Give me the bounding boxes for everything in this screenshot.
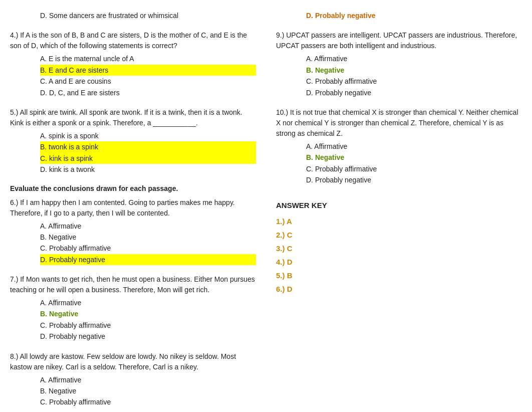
- q4-stem: 4.) If A is the son of B, B and C are si…: [10, 30, 256, 51]
- q6-opt-b: B. Negative: [40, 232, 256, 243]
- q9-opt-b: B. Negative: [306, 65, 522, 76]
- q10-stem: 10.) It is not true that chemical X is s…: [276, 107, 522, 139]
- q5-opt-b: B. twonk is a spink: [40, 141, 256, 152]
- question-8: 8.) All lowdy are kastow. Few seldow are…: [10, 351, 256, 408]
- q8-opt-c: C. Probably affirmative: [40, 396, 256, 407]
- q10-opt-b: B. Negative: [306, 152, 522, 163]
- q8-opt-a: A. Affirmative: [40, 374, 256, 385]
- answer-1: 1.) A: [276, 215, 522, 228]
- question-5: 5.) All spink are twink. All sponk are t…: [10, 107, 256, 175]
- question-7: 7.) If Mon wants to get rich, then he mu…: [10, 274, 256, 342]
- question-9: 9.) UPCAT passers are intelligent. UPCAT…: [276, 30, 522, 98]
- q10-opt-a: A. Affirmative: [306, 141, 522, 152]
- q9-opt-c: C. Probably affirmative: [306, 76, 522, 87]
- evaluate-label: Evaluate the conclusions drawn for each …: [10, 184, 256, 192]
- q6-opt-c: C. Probably affirmative: [40, 243, 256, 254]
- q5-stem: 5.) All spink are twink. All sponk are t…: [10, 107, 256, 128]
- q4-opt-b: B. E and C are sisters: [40, 65, 256, 76]
- q8-opt-b: B. Negative: [40, 385, 256, 396]
- answer-6: 6.) D: [276, 282, 522, 296]
- q5-opt-c: C. kink is a spink: [40, 153, 256, 164]
- q4-opt-c: C. A and E are cousins: [40, 76, 256, 87]
- q-prev-d-right: D. Probably negative: [306, 10, 522, 21]
- question-6: 6.) If I am happy then I am contented. G…: [10, 197, 256, 266]
- question-10: 10.) It is not true that chemical X is s…: [276, 107, 522, 186]
- q7-opt-c: C. Probably affirmative: [40, 320, 256, 331]
- q4-opt-d: D. D, C, and E are sisters: [40, 87, 256, 98]
- answer-2: 2.) C: [276, 228, 522, 242]
- q6-opt-d: D. Probably negative: [40, 254, 256, 265]
- q4-opt-a: A. E is the maternal uncle of A: [40, 53, 256, 64]
- q5-opt-a: A. spink is a sponk: [40, 130, 256, 141]
- question-4: 4.) If A is the son of B, B and C are si…: [10, 30, 256, 98]
- q10-opt-c: C. Probably affirmative: [306, 163, 522, 174]
- q8-stem: 8.) All lowdy are kastow. Few seldow are…: [10, 351, 256, 372]
- q7-opt-d: D. Probably negative: [40, 331, 256, 342]
- q9-opt-d: D. Probably negative: [306, 87, 522, 98]
- q7-stem: 7.) If Mon wants to get rich, then he mu…: [10, 274, 256, 295]
- answer-5: 5.) B: [276, 269, 522, 282]
- q9-stem: 9.) UPCAT passers are intelligent. UPCAT…: [276, 30, 522, 51]
- answer-4: 4.) D: [276, 255, 522, 269]
- q6-stem: 6.) If I am happy then I am contented. G…: [10, 197, 256, 219]
- answer-key-section: ANSWER KEY 1.) A 2.) C 3.) C 4.) D 5.) B…: [276, 201, 522, 296]
- q5-opt-d: D. kink is a twonk: [40, 164, 256, 175]
- q9-opt-a: A. Affirmative: [306, 53, 522, 64]
- q7-opt-a: A. Affirmative: [40, 297, 256, 308]
- q6-opt-a: A. Affirmative: [40, 221, 256, 232]
- q10-opt-d: D. Probably negative: [306, 174, 522, 185]
- q-prev-d-left: D. Some dancers are frustrated or whimsi…: [40, 10, 256, 21]
- answer-key-title: ANSWER KEY: [276, 201, 522, 210]
- q7-opt-b: B. Negative: [40, 308, 256, 319]
- answer-3: 3.) C: [276, 242, 522, 255]
